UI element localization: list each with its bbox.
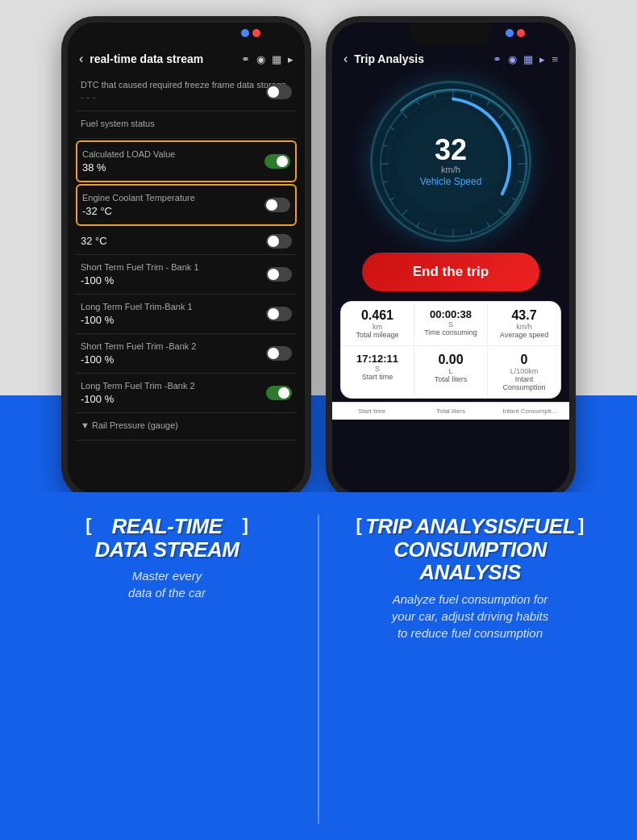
stats-row-2: 17:12:11 S Start time 0.00 L Total liter… (341, 346, 560, 398)
bracket-open-right: [ (356, 515, 362, 536)
dot-red (517, 29, 525, 37)
toggle-switch[interactable] (264, 154, 290, 169)
stat-start-time: 17:12:11 S Start time (341, 346, 414, 398)
item-value: -100 % (81, 274, 292, 286)
stat-consumption: 0 L/100km Intant Consumption (488, 346, 560, 398)
location-icon: ◉ (508, 53, 517, 65)
back-button[interactable]: ‹ (343, 52, 348, 66)
svg-line-4 (487, 101, 489, 105)
list-item: Long Term Fuel Trim-Bank 1 -100 % (76, 295, 297, 334)
list-item: Long Term Fuel Trim -Bank 2 -100 % (76, 374, 297, 413)
item-label: Long Term Fuel Trim -Bank 2 (81, 381, 292, 391)
svg-line-16 (417, 223, 419, 227)
svg-line-11 (499, 210, 505, 215)
tab-bar: Start time Total liters Intant Consumpti… (332, 402, 569, 420)
toggle-switch[interactable] (266, 346, 292, 361)
right-feature-desc: Analyze fuel consumption foryour car, ad… (392, 591, 548, 641)
toggle-switch[interactable] (266, 85, 292, 99)
right-feature-title: TRIP ANALYSIS/FUELCONSUMPTIONANALYSIS (365, 515, 575, 584)
toggle-knob (268, 236, 279, 247)
toggle-switch[interactable] (266, 234, 292, 249)
item-value: -100 % (81, 353, 292, 366)
svg-line-9 (518, 182, 523, 183)
list-item: 32 °C (76, 228, 297, 255)
svg-line-21 (383, 145, 388, 147)
list-item: DTC that caused required freeze frame da… (76, 73, 297, 111)
mileage-label: Total mileage (346, 331, 409, 339)
toggle-switch[interactable] (266, 267, 292, 282)
speed-value: 32 (420, 136, 482, 165)
toggle-switch[interactable] (266, 307, 292, 321)
bluetooth-icon: ⚭ (493, 53, 502, 65)
right-header-icons: ⚭ ◉ ▦ ▸ ≡ (493, 53, 558, 65)
avg-speed-label: Average speed (493, 331, 556, 339)
time-value: 00:00:38 (419, 308, 482, 320)
svg-line-6 (512, 127, 516, 130)
item-label: Long Term Fuel Trim-Bank 1 (81, 302, 292, 311)
stats-card: 0.461 km Total mileage 00:00:38 S Time c… (340, 301, 561, 399)
left-phone-screen: ‹ real-time data stream ⚭ ◉ ▦ ▸ DTC that… (68, 23, 305, 494)
svg-line-7 (518, 145, 523, 147)
item-value: -32 °C (82, 205, 290, 217)
location-icon: ◉ (256, 53, 265, 65)
dot-blue (506, 29, 514, 37)
svg-line-5 (499, 112, 505, 118)
time-label: Time consuming (419, 328, 482, 336)
end-trip-button[interactable]: End the trip (362, 253, 539, 291)
item-label: Short Term Fuel Trim - Bank 1 (81, 262, 292, 272)
speedo-inner: 32 km/h Vehicle Speed (420, 136, 482, 187)
menu-icon[interactable]: ≡ (552, 53, 558, 65)
tab-start-time[interactable]: Start time (332, 406, 411, 416)
stat-mileage: 0.461 km Total mileage (341, 302, 414, 345)
toggle-knob (277, 156, 288, 167)
stat-time: 00:00:38 S Time consuming (414, 302, 488, 345)
svg-line-23 (402, 112, 407, 118)
item-label: Fuel system status (81, 119, 292, 128)
list-item: Short Term Fuel Trim - Bank 1 -100 % (76, 255, 297, 295)
avg-speed-value: 43.7 (493, 308, 556, 323)
svg-line-25 (435, 94, 436, 98)
coolant-section: Engine Coolant Temperature -32 °C (76, 184, 297, 226)
item-label: ▼ Rail Pressure (gauge) (81, 420, 292, 430)
list-item: ▼ Rail Pressure (gauge) (76, 413, 297, 441)
item-label: Engine Coolant Temperature (82, 193, 290, 203)
svg-line-15 (435, 229, 436, 234)
toggle-switch[interactable] (264, 198, 290, 212)
speed-label: Vehicle Speed (420, 176, 482, 187)
start-time-value: 17:12:11 (346, 353, 409, 365)
back-button[interactable]: ‹ (79, 52, 83, 66)
car-icon: ▸ (539, 53, 545, 65)
status-dots (241, 29, 260, 37)
consumption-label: Intant Consumption (493, 375, 556, 391)
svg-line-24 (417, 101, 419, 105)
right-header: ‹ Trip Analysis ⚭ ◉ ▦ ▸ ≡ (332, 23, 569, 73)
dot-red (252, 29, 260, 37)
mileage-value: 0.461 (346, 308, 409, 323)
speedometer: 32 km/h Vehicle Speed (332, 73, 569, 246)
item-label: DTC that caused required freeze frame da… (81, 80, 292, 90)
obd-icon: ▦ (272, 53, 281, 65)
tab-total-liters[interactable]: Total liters (411, 406, 490, 416)
bluetooth-icon: ⚭ (241, 53, 250, 65)
time-unit: S (419, 320, 482, 328)
right-phone-screen: ‹ Trip Analysis ⚭ ◉ ▦ ▸ ≡ (332, 23, 569, 494)
svg-line-19 (383, 182, 388, 183)
status-dots (506, 29, 525, 37)
stat-liters: 0.00 L Total liters (414, 346, 488, 398)
item-value: 32 °C (81, 235, 292, 247)
liters-label: Total liters (419, 375, 482, 383)
left-feature-title: REAL-TIMEDATA STREAM (95, 515, 239, 561)
left-screen-title: real-time data stream (90, 52, 235, 65)
speedo-outer: 32 km/h Vehicle Speed (370, 81, 531, 242)
item-value: 38 % (82, 161, 290, 173)
stats-row-1: 0.461 km Total mileage 00:00:38 S Time c… (341, 302, 560, 346)
list-item: Short Term Fuel Trim -Bank 2 -100 % (76, 334, 297, 374)
toggle-switch[interactable] (266, 386, 292, 400)
item-value: -100 % (81, 314, 292, 326)
dot-blue (241, 29, 249, 37)
svg-line-22 (390, 127, 394, 130)
car-icon: ▸ (288, 53, 294, 65)
list-item: Fuel system status (76, 111, 297, 139)
tab-consumption[interactable]: Intant Consumpti... (490, 406, 569, 416)
liters-value: 0.00 (419, 353, 482, 367)
